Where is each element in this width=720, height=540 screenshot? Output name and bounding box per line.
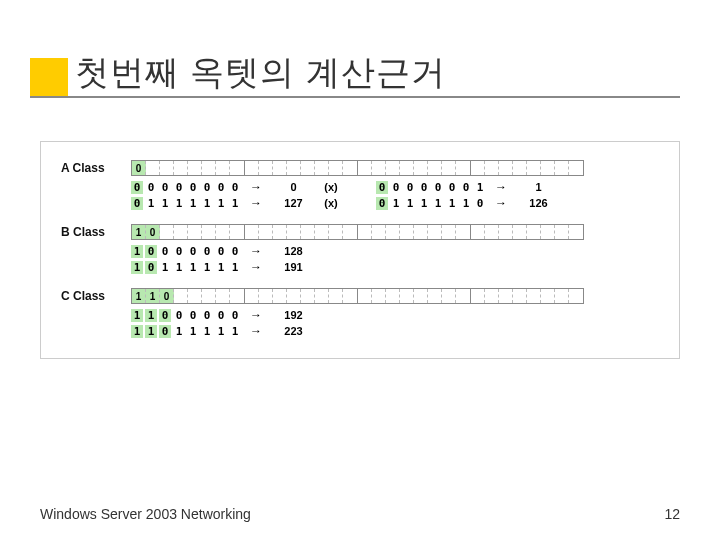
slide-title: 첫번째 옥텟의 계산근거 <box>75 50 680 96</box>
page-number: 12 <box>664 506 680 522</box>
class-a-label: A Class <box>61 161 131 175</box>
arrow-icon: → <box>486 180 516 194</box>
class-a-octets: 0 <box>131 160 584 176</box>
class-b-calc-row-1: 10000000 → 128 <box>131 244 659 258</box>
slide-footer: Windows Server 2003 Networking 12 <box>40 506 680 522</box>
calc-result: 126 <box>516 197 561 209</box>
class-c-header-row: C Class 110 <box>61 288 659 304</box>
arrow-icon: → <box>241 260 271 274</box>
title-bullet-icon <box>30 58 68 96</box>
footer-text: Windows Server 2003 Networking <box>40 506 251 522</box>
class-c-calc-row-1: 11000000 → 192 <box>131 308 659 322</box>
class-b-header-row: B Class 10 <box>61 224 659 240</box>
title-underline <box>30 96 680 98</box>
calc-result: 128 <box>271 245 316 257</box>
arrow-icon: → <box>241 196 271 210</box>
class-c-calc-row-2: 11011111 → 223 <box>131 324 659 338</box>
slide-title-area: 첫번째 옥텟의 계산근거 <box>40 50 680 96</box>
calc-note: (x) <box>316 181 346 193</box>
calc-result: 192 <box>271 309 316 321</box>
class-b-octets: 10 <box>131 224 584 240</box>
bit-fixed: 1 <box>146 289 160 303</box>
calc-result: 1 <box>516 181 561 193</box>
arrow-icon: → <box>241 324 271 338</box>
arrow-icon: → <box>241 180 271 194</box>
bit-fixed: 0 <box>132 161 146 175</box>
calc-result: 0 <box>271 181 316 193</box>
class-b-label: B Class <box>61 225 131 239</box>
diagram-container: A Class 0 00000000 → 0 (x) 00000001 → 1 <box>40 141 680 359</box>
bit-fixed: 1 <box>132 225 146 239</box>
class-a-calc-row-1: 00000000 → 0 (x) 00000001 → 1 <box>131 180 659 194</box>
class-c-octets: 110 <box>131 288 584 304</box>
arrow-icon: → <box>486 196 516 210</box>
calc-result: 223 <box>271 325 316 337</box>
class-a-calc-row-2: 01111111 → 127 (x) 01111110 → 126 <box>131 196 659 210</box>
arrow-icon: → <box>241 244 271 258</box>
calc-result: 127 <box>271 197 316 209</box>
bit-fixed: 0 <box>146 225 160 239</box>
calc-result: 191 <box>271 261 316 273</box>
class-c-label: C Class <box>61 289 131 303</box>
bit-fixed: 1 <box>132 289 146 303</box>
arrow-icon: → <box>241 308 271 322</box>
class-a-header-row: A Class 0 <box>61 160 659 176</box>
calc-note: (x) <box>316 197 346 209</box>
class-b-calc-row-2: 10111111 → 191 <box>131 260 659 274</box>
bit-fixed: 0 <box>160 289 174 303</box>
